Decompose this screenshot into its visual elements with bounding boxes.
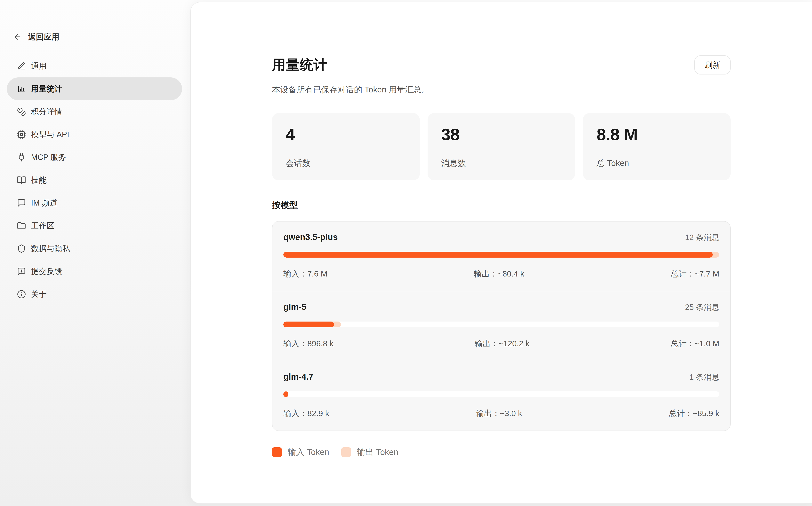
model-name: glm-5	[283, 302, 306, 312]
back-to-app-button[interactable]: 返回应用	[7, 31, 182, 43]
sidebar-item-skills[interactable]: 技能	[7, 169, 182, 191]
messages-card: 38 消息数	[428, 113, 575, 180]
sidebar-item-general[interactable]: 通用	[7, 55, 182, 77]
sidebar-item-credits[interactable]: 积分详情	[7, 100, 182, 123]
sidebar-item-im-channels[interactable]: IM 频道	[7, 191, 182, 214]
output-stat: 输出：~3.0 k	[476, 408, 522, 419]
sessions-card: 4 会话数	[272, 113, 420, 180]
total-token-value: 8.8 M	[597, 125, 717, 144]
model-row: glm-4.7 1 条消息 输入：82.9 k 输出：~3.0 k 总计：~85…	[273, 361, 730, 431]
input-token-segment	[283, 322, 334, 327]
book-open-icon	[17, 176, 26, 185]
input-token-swatch	[272, 447, 282, 457]
model-message-count: 12 条消息	[685, 232, 719, 243]
input-stat: 输入：82.9 k	[283, 408, 329, 419]
summary-cards: 4 会话数 38 消息数 8.8 M 总 Token	[272, 113, 731, 180]
input-stat: 输入：7.6 M	[283, 268, 327, 279]
main-panel: 用量统计 刷新 本设备所有已保存对话的 Token 用量汇总。 4 会话数 38…	[190, 2, 812, 504]
feedback-icon	[17, 267, 26, 276]
total-token-card: 8.8 M 总 Token	[583, 113, 731, 180]
total-stat: 总计：~85.9 k	[669, 408, 719, 419]
messages-label: 消息数	[441, 158, 562, 169]
sessions-value: 4	[286, 125, 406, 144]
legend-output-token: 输出 Token	[341, 446, 398, 458]
chat-bubble-icon	[17, 198, 26, 207]
arrow-left-icon	[13, 33, 21, 41]
sidebar-item-label: MCP 服务	[31, 152, 66, 163]
sidebar-item-label: 关于	[31, 289, 47, 300]
output-stat: 输出：~120.2 k	[474, 338, 529, 349]
by-model-heading: 按模型	[272, 199, 731, 211]
sidebar-item-feedback[interactable]: 提交反馈	[7, 260, 182, 283]
token-usage-bar	[283, 322, 719, 327]
token-legend: 输入 Token 输出 Token	[272, 446, 731, 458]
back-label: 返回应用	[28, 31, 59, 42]
sidebar-item-label: 积分详情	[31, 106, 62, 117]
page-subtitle: 本设备所有已保存对话的 Token 用量汇总。	[272, 84, 731, 95]
output-stat: 输出：~80.4 k	[474, 268, 524, 279]
sidebar-item-usage-stats[interactable]: 用量统计	[7, 77, 182, 100]
refresh-button[interactable]: 刷新	[694, 55, 731, 75]
token-usage-bar	[283, 252, 719, 258]
input-stat: 输入：896.8 k	[283, 338, 334, 349]
shield-icon	[17, 244, 26, 253]
sidebar-item-data-privacy[interactable]: 数据与隐私	[7, 237, 182, 260]
folder-icon	[17, 221, 26, 230]
sessions-label: 会话数	[286, 158, 406, 169]
model-message-count: 25 条消息	[685, 302, 719, 313]
pencil-icon	[17, 62, 26, 71]
legend-input-token: 输入 Token	[272, 446, 329, 458]
page-title: 用量统计	[272, 56, 327, 74]
plug-icon	[17, 153, 26, 162]
sidebar-item-label: IM 频道	[31, 197, 58, 208]
settings-sidebar: 返回应用 通用 用量统计 积分详情 模型与 API	[0, 0, 190, 506]
model-name: glm-4.7	[283, 372, 313, 382]
model-row: glm-5 25 条消息 输入：896.8 k 输出：~120.2 k 总计：~…	[273, 291, 730, 361]
sidebar-item-label: 数据与隐私	[31, 243, 70, 254]
bar-chart-icon	[17, 84, 26, 93]
info-icon	[17, 290, 26, 299]
sidebar-item-label: 技能	[31, 175, 47, 185]
sidebar-item-label: 用量统计	[31, 83, 62, 94]
sidebar-item-label: 工作区	[31, 220, 55, 231]
legend-label: 输入 Token	[288, 446, 329, 458]
sidebar-item-label: 模型与 API	[31, 129, 69, 140]
input-token-segment	[283, 391, 288, 397]
sidebar-item-about[interactable]: 关于	[7, 283, 182, 306]
total-token-label: 总 Token	[597, 158, 717, 169]
sidebar-item-mcp[interactable]: MCP 服务	[7, 146, 182, 169]
token-usage-bar	[283, 391, 719, 397]
cpu-icon	[17, 130, 26, 139]
sidebar-item-label: 通用	[31, 61, 47, 71]
coins-icon	[17, 107, 26, 116]
model-name: qwen3.5-plus	[283, 232, 338, 242]
model-row: qwen3.5-plus 12 条消息 输入：7.6 M 输出：~80.4 k …	[273, 222, 730, 291]
sidebar-item-workspace[interactable]: 工作区	[7, 214, 182, 237]
sidebar-item-models-api[interactable]: 模型与 API	[7, 123, 182, 146]
output-token-swatch	[341, 447, 351, 457]
total-stat: 总计：~7.7 M	[671, 268, 719, 279]
input-token-segment	[283, 252, 713, 258]
messages-value: 38	[441, 125, 562, 144]
model-usage-list: qwen3.5-plus 12 条消息 输入：7.6 M 输出：~80.4 k …	[272, 221, 731, 431]
total-stat: 总计：~1.0 M	[671, 338, 719, 349]
sidebar-nav: 通用 用量统计 积分详情 模型与 API MCP 服务	[7, 55, 182, 306]
legend-label: 输出 Token	[357, 446, 398, 458]
model-message-count: 1 条消息	[689, 372, 719, 383]
sidebar-item-label: 提交反馈	[31, 266, 62, 277]
